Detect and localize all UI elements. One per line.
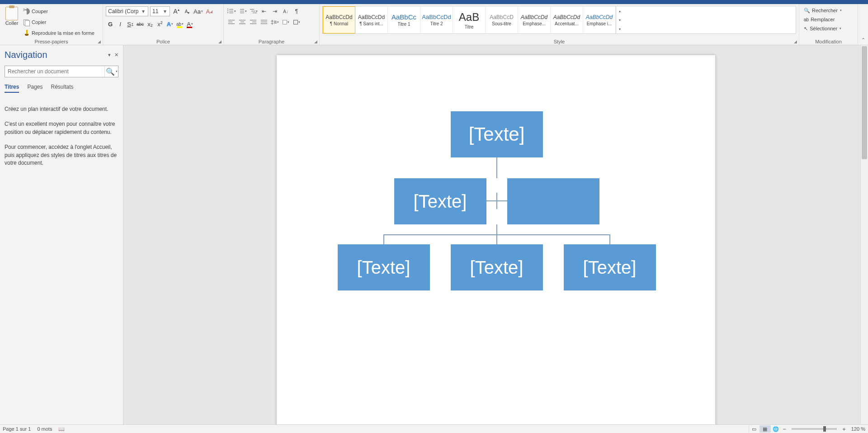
style-item[interactable]: AaBbCcDd¶ Normal: [323, 6, 355, 33]
chevron-down-icon[interactable]: ▾: [840, 9, 842, 12]
zoom-slider[interactable]: [792, 428, 837, 430]
find-button[interactable]: 🔍 Rechercher ▾: [802, 6, 855, 15]
align-left-button[interactable]: [226, 18, 236, 27]
view-read-button[interactable]: ▭: [749, 425, 760, 433]
view-print-button[interactable]: ▦: [760, 425, 770, 433]
style-label: Titre 2: [430, 21, 443, 26]
gallery-expand[interactable]: ▾: [616, 24, 623, 33]
italic-button[interactable]: I: [116, 19, 125, 29]
align-right-button[interactable]: [248, 18, 258, 27]
clipboard-dialog-launcher[interactable]: ◢: [97, 39, 101, 44]
copy-button[interactable]: Copier: [24, 18, 94, 27]
cut-label: Couper: [32, 9, 48, 14]
borders-button[interactable]: ▾: [292, 18, 302, 27]
style-item[interactable]: AaBbCcDd¶ Sans int...: [355, 6, 388, 33]
group-font: Calibri (Corp ▾ 11 ▾ A▴ A▾ Aa▾ A◢ G I S▾…: [103, 4, 224, 45]
chevron-down-icon[interactable]: ▾: [162, 8, 168, 14]
font-name-combo[interactable]: Calibri (Corp ▾: [106, 6, 148, 16]
strikethrough-button[interactable]: abc: [136, 19, 145, 29]
replace-button[interactable]: ab Remplacer: [802, 15, 855, 24]
brush-icon: [24, 30, 30, 36]
smartart-node-bottom-2[interactable]: [Texte]: [451, 244, 543, 290]
scrollbar-thumb[interactable]: [862, 46, 867, 159]
document-page[interactable]: [Texte] [Texte] [Texte] [Texte] [Texte]: [277, 55, 715, 424]
smartart-node-bottom-1[interactable]: [Texte]: [338, 244, 430, 290]
nav-options-button[interactable]: ▾: [108, 52, 111, 58]
navigation-search-input[interactable]: [5, 66, 104, 77]
main-area: Navigation ▾ ✕ 🔍▾ Titres Pages Résultats…: [0, 45, 868, 424]
document-scroll-area[interactable]: [Texte] [Texte] [Texte] [Texte] [Texte]: [123, 45, 868, 424]
zoom-slider-thumb[interactable]: [823, 426, 826, 432]
justify-button[interactable]: [259, 18, 269, 27]
view-web-button[interactable]: 🌐: [770, 425, 781, 433]
style-item[interactable]: AaBbCcDdAccentuat...: [551, 6, 583, 33]
zoom-level[interactable]: 120 %: [851, 426, 865, 432]
style-item[interactable]: AaBbCcDSous-titre: [486, 6, 518, 33]
text-effects-button[interactable]: A▾: [165, 19, 175, 29]
font-name-value: Calibri (Corp: [108, 8, 141, 14]
gallery-scroll-up[interactable]: ▴: [616, 6, 623, 15]
smartart-node-bottom-3[interactable]: [Texte]: [564, 244, 656, 290]
style-preview: AaBbCcDd: [358, 14, 385, 20]
select-button[interactable]: ↖ Sélectionner ▾: [802, 24, 855, 33]
styles-dialog-launcher[interactable]: ◢: [793, 39, 797, 44]
smartart-diagram[interactable]: [Texte] [Texte] [Texte] [Texte] [Texte]: [330, 111, 660, 297]
cursor-icon: ↖: [804, 26, 808, 32]
grow-font-button[interactable]: A▴: [172, 7, 181, 16]
vertical-scrollbar[interactable]: [860, 45, 868, 424]
shrink-font-button[interactable]: A▾: [183, 7, 192, 16]
bold-button[interactable]: G: [106, 19, 115, 29]
sort-button[interactable]: A↓: [281, 7, 291, 16]
decrease-indent-button[interactable]: ⇤: [259, 7, 269, 16]
font-size-combo[interactable]: 11 ▾: [150, 6, 170, 16]
line-spacing-button[interactable]: ‡≡▾: [270, 18, 280, 27]
smartart-node-mid-right[interactable]: [507, 178, 599, 224]
status-proofing-icon[interactable]: 📖: [58, 426, 65, 432]
style-preview: AaB: [459, 11, 479, 24]
cut-icon: [24, 8, 30, 14]
bullets-button[interactable]: ▾: [226, 7, 236, 16]
nav-tab-results[interactable]: Résultats: [51, 84, 74, 93]
format-painter-button[interactable]: Reproduire la mise en forme: [24, 29, 94, 38]
gallery-scroll-down[interactable]: ▾: [616, 15, 623, 24]
group-paragraph: ▾ ▾ ▾ ⇤ ⇥ A↓ ¶ ‡≡▾ ▾ ▾ Paragraphe ◢: [224, 4, 320, 45]
status-words[interactable]: 0 mots: [37, 426, 52, 432]
font-dialog-launcher[interactable]: ◢: [217, 39, 222, 44]
chevron-down-icon[interactable]: ▾: [840, 27, 841, 30]
chevron-down-icon[interactable]: ▾: [141, 8, 146, 14]
increase-indent-button[interactable]: ⇥: [270, 7, 280, 16]
collapse-ribbon-button[interactable]: ⌃: [858, 4, 868, 45]
superscript-button[interactable]: x2: [156, 19, 165, 29]
style-item[interactable]: AaBbCcDdTitre 2: [420, 6, 453, 33]
align-center-button[interactable]: [237, 18, 247, 27]
numbering-button[interactable]: ▾: [237, 7, 247, 16]
underline-button[interactable]: S▾: [126, 19, 135, 29]
nav-tab-pages[interactable]: Pages: [27, 84, 42, 93]
clear-formatting-button[interactable]: A◢: [205, 7, 214, 16]
zoom-out-button[interactable]: −: [781, 426, 788, 433]
style-label: Titre 1: [398, 22, 410, 27]
font-color-button[interactable]: A▾: [185, 19, 194, 29]
smartart-node-mid-left[interactable]: [Texte]: [394, 178, 486, 224]
smartart-node-top[interactable]: [Texte]: [451, 111, 543, 157]
highlight-button[interactable]: ab▾: [175, 19, 184, 29]
style-item[interactable]: AaBbCcDdEmphase i...: [583, 6, 616, 33]
status-page[interactable]: Page 1 sur 1: [3, 426, 31, 432]
multilevel-button[interactable]: ▾: [248, 7, 258, 16]
cut-button[interactable]: Couper: [24, 7, 94, 16]
subscript-button[interactable]: x2: [146, 19, 155, 29]
style-item[interactable]: AaBTitre: [453, 6, 486, 33]
shading-button[interactable]: ▾: [281, 18, 291, 27]
paste-button[interactable]: Coller: [3, 6, 21, 38]
nav-tab-headings[interactable]: Titres: [5, 84, 19, 93]
style-preview: AaBbCcDd: [553, 14, 580, 20]
change-case-button[interactable]: Aa▾: [193, 7, 203, 16]
show-marks-button[interactable]: ¶: [292, 7, 302, 16]
style-item[interactable]: AaBbCcDdEmphase...: [518, 6, 551, 33]
navigation-search-button[interactable]: 🔍▾: [104, 66, 118, 77]
nav-close-button[interactable]: ✕: [114, 52, 118, 58]
zoom-in-button[interactable]: +: [840, 426, 848, 433]
style-item[interactable]: AaBbCcTitre 1: [388, 6, 420, 33]
paragraph-dialog-launcher[interactable]: ◢: [313, 39, 318, 44]
navigation-search: 🔍▾: [5, 66, 118, 77]
